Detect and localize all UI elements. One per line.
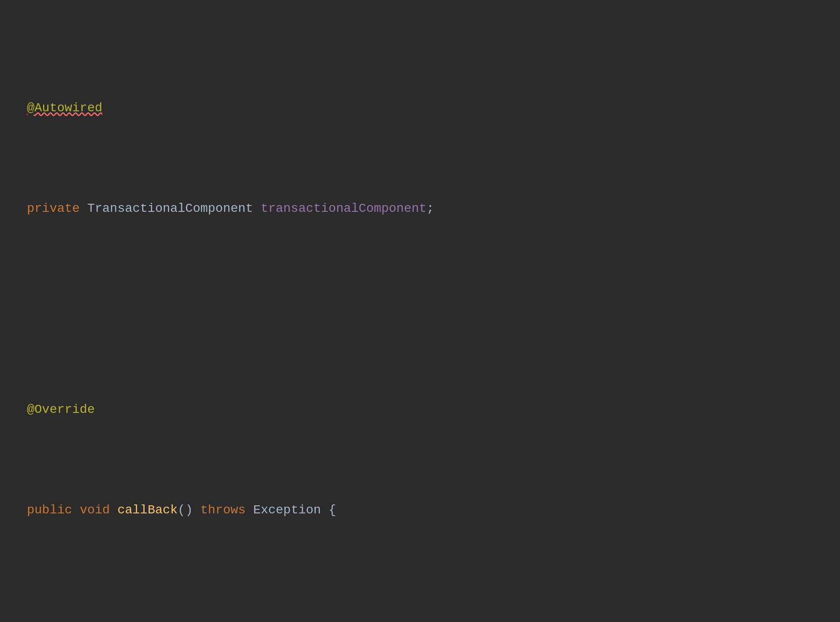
keyword-private: private [27, 201, 80, 215]
annotation-override-1: @Override [27, 403, 95, 416]
code-line-5: public void callBack() throws Exception … [27, 500, 813, 521]
keyword-public-1: public [27, 503, 72, 517]
field-transactionalComponent: transactionalComponent [261, 201, 427, 215]
code-line-6 [27, 601, 813, 621]
method-callback: callBack [118, 503, 178, 517]
annotation-autowired: @Autowired [27, 101, 102, 115]
keyword-void-1: void [80, 503, 110, 517]
code-line-2: private TransactionalComponent transacti… [27, 199, 813, 219]
keyword-throws-1: throws [201, 503, 246, 517]
code-line-4: @Override [27, 400, 813, 420]
code-line-3 [27, 299, 813, 320]
code-block: @Autowired private TransactionalComponen… [0, 0, 840, 622]
code-line-1: @Autowired [27, 98, 813, 118]
